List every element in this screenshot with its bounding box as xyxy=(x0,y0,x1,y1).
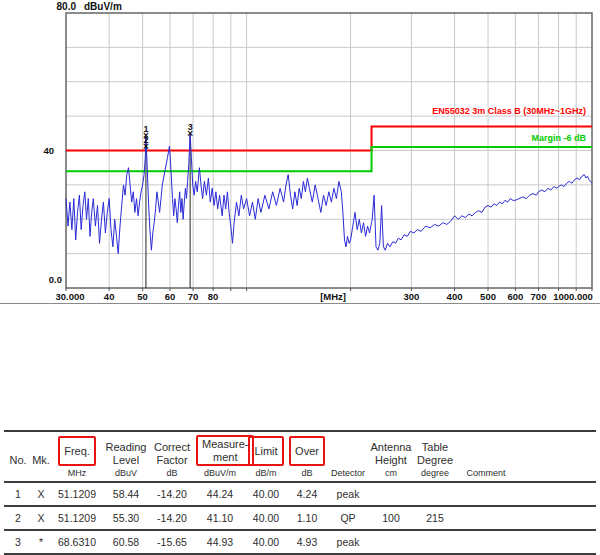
column-header-comment xyxy=(458,431,514,468)
cell-measurement: 41.10 xyxy=(196,506,244,530)
measurement-row-2: 2X51.120955.30-14.2041.1040.001.10QP1002… xyxy=(4,506,596,530)
x-tick-label: [MHz] xyxy=(320,291,346,302)
cell-freq: 51.1209 xyxy=(50,506,104,530)
cell-mk: X xyxy=(32,482,50,506)
column-unit-reading: dBuV xyxy=(104,468,148,482)
column-unit-antenna: cm xyxy=(370,468,412,482)
marker-3-number: 3 xyxy=(188,122,193,132)
cell-over: 4.93 xyxy=(288,530,326,554)
test-info-section: Site 966 Chamber Polarization: Vertical … xyxy=(0,303,600,431)
column-header-correct: CorrectFactor xyxy=(148,431,196,468)
x-tick-label: 60 xyxy=(165,291,176,302)
column-unit-limit: dB/m xyxy=(244,468,288,482)
x-tick-label: 400 xyxy=(447,291,463,302)
cell-limit: 40.00 xyxy=(244,482,288,506)
cell-detector: QP xyxy=(326,506,370,530)
highlight-box-measurement: Measure-ment xyxy=(196,435,254,466)
x-tick-label: 600 xyxy=(507,291,523,302)
x-tick-label: 80 xyxy=(208,291,219,302)
column-header-freq: Freq. xyxy=(50,431,104,468)
y-axis-unit-label: dBuV/m xyxy=(84,1,122,12)
column-header-reading: ReadingLevel xyxy=(104,431,148,468)
cell-degree: 215 xyxy=(412,506,458,530)
column-unit-detector: Detector xyxy=(326,468,370,482)
cell-reading: 60.58 xyxy=(104,530,148,554)
cell-comment xyxy=(458,482,514,506)
column-header-detector xyxy=(326,431,370,468)
column-header-limit: Limit xyxy=(244,431,288,468)
cell-no: 2 xyxy=(4,506,32,530)
cell-antenna xyxy=(370,530,412,554)
measurement-table-section: No.Mk.Freq.ReadingLevelCorrectFactorMeas… xyxy=(0,430,600,555)
x-tick-label: 700 xyxy=(531,291,547,302)
cell-no: 3 xyxy=(4,530,32,554)
cell-degree xyxy=(412,530,458,554)
cell-comment xyxy=(458,530,514,554)
cell-over: 1.10 xyxy=(288,506,326,530)
cell-comment xyxy=(458,506,514,530)
y-axis-max-label: 80.0 xyxy=(57,1,77,12)
column-unit-mk xyxy=(32,468,50,482)
x-tick-label: 70 xyxy=(188,291,199,302)
cell-freq: 51.1209 xyxy=(50,482,104,506)
x-tick-label: 40 xyxy=(104,291,115,302)
column-unit-correct: dB xyxy=(148,468,196,482)
cell-correct: -15.65 xyxy=(148,530,196,554)
x-tick-label: 300 xyxy=(403,291,419,302)
y-axis-min-label: 0.0 xyxy=(49,274,62,285)
x-tick-label: 30.000 xyxy=(55,291,84,302)
emc-emission-report: EN55032 3m Class B (30MHz~1GHz)Margin -6… xyxy=(0,0,600,555)
column-unit-measurement: dBuV/m xyxy=(196,468,244,482)
highlight-box-limit: Limit xyxy=(248,436,283,466)
cell-no: 1 xyxy=(4,482,32,506)
marker-1-number: 1 xyxy=(143,124,148,134)
y-axis-40-label: 40 xyxy=(43,145,54,156)
cell-degree xyxy=(412,482,458,506)
cell-detector: peak xyxy=(326,530,370,554)
cell-mk: X xyxy=(32,506,50,530)
margin-line-label: Margin -6 dB xyxy=(531,133,586,143)
cell-freq: 68.6310 xyxy=(50,530,104,554)
column-unit-no xyxy=(4,468,32,482)
column-header-over: Over xyxy=(288,431,326,468)
cell-mk: * xyxy=(32,530,50,554)
column-unit-comment: Comment xyxy=(458,468,514,482)
column-unit-over: dB xyxy=(288,468,326,482)
cell-correct: -14.20 xyxy=(148,506,196,530)
column-header-antenna: AntennaHeight xyxy=(370,431,412,468)
table-units-row: MHzdBuVdBdBuV/mdB/mdBDetectorcmdegreeCom… xyxy=(4,468,596,482)
cell-antenna: 100 xyxy=(370,506,412,530)
cell-correct: -14.20 xyxy=(148,482,196,506)
highlight-box-over: Over xyxy=(289,436,325,466)
cell-limit: 40.00 xyxy=(244,530,288,554)
cell-over: 4.24 xyxy=(288,482,326,506)
x-tick-label: 50 xyxy=(137,291,148,302)
column-header-measurement: Measure-ment xyxy=(196,431,244,468)
cell-measurement: 44.24 xyxy=(196,482,244,506)
table-header-row: No.Mk.Freq.ReadingLevelCorrectFactorMeas… xyxy=(4,431,596,468)
limit-line-label: EN55032 3m Class B (30MHz~1GHz) xyxy=(432,106,586,116)
column-header-no: No. xyxy=(4,431,32,468)
cell-detector: peak xyxy=(326,482,370,506)
cell-antenna xyxy=(370,482,412,506)
cell-measurement: 44.93 xyxy=(196,530,244,554)
highlight-box-freq: Freq. xyxy=(58,436,96,466)
column-header-degree: TableDegree xyxy=(412,431,458,468)
column-unit-freq: MHz xyxy=(50,468,104,482)
spectrum-plot: EN55032 3m Class B (30MHz~1GHz)Margin -6… xyxy=(0,0,600,303)
cell-reading: 55.30 xyxy=(104,506,148,530)
measurement-row-3: 3*68.631060.58-15.6544.9340.004.93peak xyxy=(4,530,596,554)
cell-reading: 58.44 xyxy=(104,482,148,506)
measurement-row-1: 1X51.120958.44-14.2044.2440.004.24peak xyxy=(4,482,596,506)
measurement-table: No.Mk.Freq.ReadingLevelCorrectFactorMeas… xyxy=(4,430,596,555)
x-tick-label: 1000.000 xyxy=(553,291,593,302)
column-header-mk: Mk. xyxy=(32,431,50,468)
column-unit-degree: degree xyxy=(412,468,458,482)
spectrum-chart-section: EN55032 3m Class B (30MHz~1GHz)Margin -6… xyxy=(0,0,600,303)
cell-limit: 40.00 xyxy=(244,506,288,530)
marker-2-number: 2 xyxy=(143,135,148,145)
x-tick-label: 500 xyxy=(480,291,496,302)
